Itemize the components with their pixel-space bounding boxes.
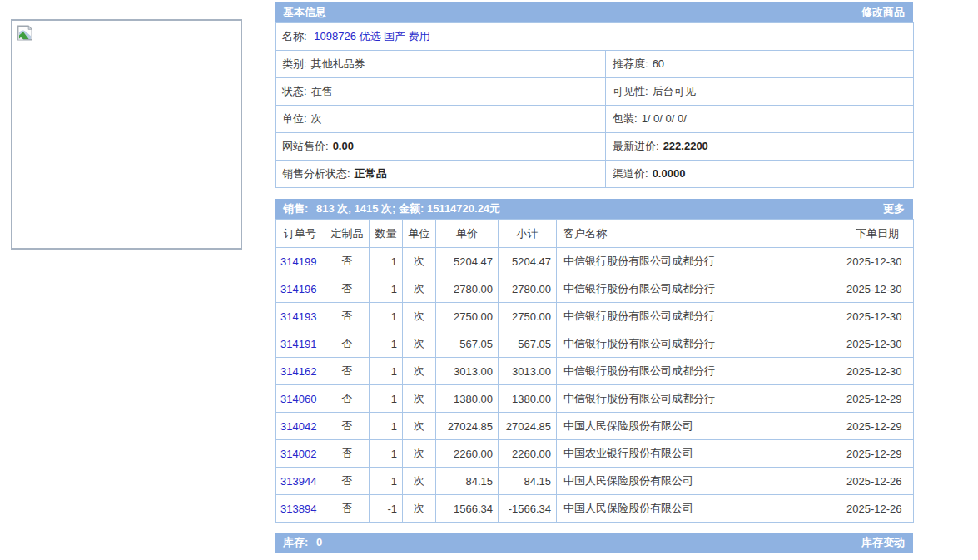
sales-row: 314196 否 1 次 2780.00 2780.00 中信银行股份有限公司成… [276,275,914,303]
unit-cell: 次 [403,248,436,275]
basic-info-table: 名称: 1098726 优选 国产 费用 类别:其他礼品券 推荐度:60 状态:… [275,22,914,188]
inventory-change-link[interactable]: 库存变动 [861,533,905,553]
date-cell: 2025-12-30 [841,358,914,385]
custom-cell: 否 [325,303,370,330]
sales-col-header: 订单号 [276,220,325,248]
field-value: 0.00 [333,140,354,152]
subtotal-cell: 1380.00 [499,385,557,413]
content-column: 基本信息 修改商品 名称: 1098726 优选 国产 费用 类别:其他礼品券 … [275,2,913,553]
order-link[interactable]: 314162 [280,365,316,378]
unit-cell: 次 [403,413,436,440]
inventory-bar: 库存: 0 库存变动 [275,533,913,553]
price-cell: 5204.47 [436,248,499,275]
order-link[interactable]: 314042 [280,420,316,433]
sales-row: 314060 否 1 次 1380.00 1380.00 中信银行股份有限公司成… [276,385,914,413]
unit-cell: 次 [403,440,436,468]
qty-cell: 1 [370,468,403,495]
customer-cell: 中信银行股份有限公司成都分行 [557,330,841,358]
customer-cell: 中信银行股份有限公司成都分行 [557,303,841,330]
unit-cell: 次 [403,358,436,385]
sales-row: 314162 否 1 次 3013.00 3013.00 中信银行股份有限公司成… [276,358,914,385]
sales-col-header: 单价 [436,220,499,248]
qty-cell: 1 [370,413,403,440]
inventory-value: 0 [316,536,322,548]
order-cell: 314199 [276,248,325,275]
field-label: 单位: [282,112,307,125]
field-label: 推荐度: [613,57,648,70]
product-name-link[interactable]: 1098726 优选 国产 费用 [314,30,429,42]
basic-info-header-bar: 基本信息 修改商品 [275,2,913,22]
field-label: 最新进价: [613,140,659,152]
subtotal-cell: 3013.00 [499,358,557,385]
basic-info-title: 基本信息 [283,2,326,22]
info-row: 销售分析状态:正常品 渠道价:0.0000 [276,161,914,188]
subtotal-cell: -1566.34 [499,495,557,523]
customer-cell: 中国人民保险股份有限公司 [557,468,841,495]
order-cell: 313944 [276,468,325,495]
sales-row: 314191 否 1 次 567.05 567.05 中信银行股份有限公司成都分… [276,330,914,358]
price-cell: 3013.00 [436,358,499,385]
sales-col-header: 客户名称 [557,220,841,248]
field-value: 60 [653,57,664,70]
field-label: 包装: [613,112,638,125]
date-cell: 2025-12-30 [841,330,914,358]
field-label: 网站售价: [282,140,329,152]
info-row: 单位:次 包装:1/ 0/ 0/ 0/ [276,106,914,133]
subtotal-cell: 5204.47 [499,248,557,275]
subtotal-cell: 2780.00 [499,275,557,303]
customer-cell: 中国人民保险股份有限公司 [557,495,841,523]
order-link[interactable]: 313894 [280,503,316,515]
subtotal-cell: 567.05 [499,330,557,358]
qty-cell: 1 [370,330,403,358]
sales-panel: 销售: 813 次, 1415 次; 金额: 15114720.24元 更多 订… [275,199,913,523]
info-cell: 类别:其他礼品券 [276,51,606,78]
order-cell: 313894 [276,495,325,523]
order-link[interactable]: 314191 [280,338,316,350]
order-link[interactable]: 314199 [280,255,316,268]
sales-row: 313944 否 1 次 84.15 84.15 中国人民保险股份有限公司 20… [276,468,914,495]
custom-cell: 否 [325,275,370,303]
field-value: 1/ 0/ 0/ 0/ [642,112,687,125]
qty-cell: -1 [370,495,403,523]
field-value: 其他礼品券 [311,57,365,70]
order-link[interactable]: 314193 [280,310,316,323]
order-link[interactable]: 314002 [280,448,316,460]
order-cell: 314193 [276,303,325,330]
info-cell: 销售分析状态:正常品 [276,161,606,188]
qty-cell: 1 [370,303,403,330]
edit-product-link[interactable]: 修改商品 [861,2,905,22]
sales-col-header: 数量 [370,220,403,248]
order-link[interactable]: 314060 [280,393,316,405]
qty-cell: 1 [370,385,403,413]
date-cell: 2025-12-26 [841,468,914,495]
info-cell: 网站售价:0.00 [276,133,606,161]
custom-cell: 否 [325,468,370,495]
info-row: 类别:其他礼品券 推荐度:60 [276,51,914,78]
sales-summary-label: 销售: [283,202,308,215]
order-cell: 314060 [276,385,325,413]
customer-cell: 中信银行股份有限公司成都分行 [557,385,841,413]
date-cell: 2025-12-30 [841,248,914,275]
broken-image-icon [17,25,236,41]
field-label: 状态: [282,85,307,97]
unit-cell: 次 [403,275,436,303]
subtotal-cell: 2750.00 [499,303,557,330]
info-row: 网站售价:0.00 最新进价:222.2200 [276,133,914,161]
inventory-label: 库存: [283,536,308,548]
custom-cell: 否 [325,413,370,440]
customer-cell: 中信银行股份有限公司成都分行 [557,275,841,303]
order-link[interactable]: 313944 [280,475,316,488]
order-cell: 314196 [276,275,325,303]
field-value: 次 [311,112,322,125]
info-cell: 状态:在售 [276,78,606,106]
inventory-summary: 库存: 0 [283,533,322,553]
basic-info-panel: 基本信息 修改商品 名称: 1098726 优选 国产 费用 类别:其他礼品券 … [275,2,913,188]
order-cell: 314002 [276,440,325,468]
sales-col-header: 定制品 [325,220,370,248]
date-cell: 2025-12-29 [841,385,914,413]
order-link[interactable]: 314196 [280,283,316,295]
custom-cell: 否 [325,385,370,413]
date-cell: 2025-12-30 [841,303,914,330]
more-link[interactable]: 更多 [883,199,905,219]
info-row: 状态:在售 可见性:后台可见 [276,78,914,106]
